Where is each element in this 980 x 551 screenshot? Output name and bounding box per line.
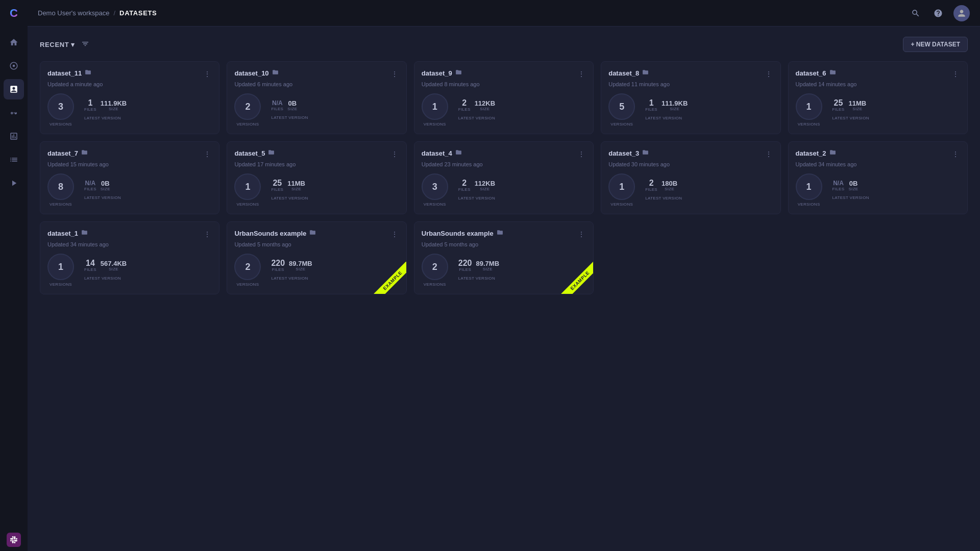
card-updated: Updated 17 minutes ago: [234, 161, 399, 167]
lv-label-container: LATEST VERSION: [84, 193, 121, 201]
card-menu-icon[interactable]: ⋮: [203, 149, 212, 159]
card-menu-icon[interactable]: ⋮: [577, 229, 586, 239]
files-stat: N/A FILES: [84, 180, 96, 191]
size-number: 0B: [849, 180, 858, 187]
sidebar-item-list[interactable]: [4, 149, 24, 170]
files-label: FILES: [459, 267, 471, 272]
versions-circle: 3: [422, 173, 448, 200]
files-label: FILES: [645, 107, 657, 112]
dataset-card[interactable]: dataset_7 ⋮ Updated 15 minutes ago 8 VER…: [40, 141, 219, 214]
files-label: FILES: [84, 187, 96, 191]
latest-version-label: LATEST VERSION: [84, 195, 121, 200]
user-avatar[interactable]: [953, 5, 970, 21]
card-header: dataset_7 ⋮: [47, 149, 212, 159]
folder-icon: [829, 149, 836, 157]
dataset-card[interactable]: dataset_3 ⋮ Updated 30 minutes ago 1 VER…: [601, 141, 780, 214]
latest-version-label: LATEST VERSION: [645, 196, 682, 201]
card-menu-icon[interactable]: ⋮: [577, 149, 586, 159]
main-content: Demo User's workspace / DATASETS RECENT …: [28, 0, 980, 551]
versions-circle: 1: [608, 173, 635, 200]
latest-version-block: 2 FILES 112KB SIZE LATEST VERSION: [458, 179, 495, 201]
card-title: dataset_9: [422, 69, 452, 77]
latest-version-label: LATEST VERSION: [271, 276, 308, 281]
sidebar-item-arrow[interactable]: [4, 173, 24, 193]
sidebar-item-brain[interactable]: [4, 56, 24, 76]
workspace-label[interactable]: Demo User's workspace: [38, 9, 109, 17]
latest-version-block: 25 FILES 11MB SIZE LATEST VERSION: [271, 179, 308, 201]
card-title: dataset_10: [234, 69, 268, 77]
versions-stat: 1 VERSIONS: [422, 93, 448, 127]
card-menu-icon[interactable]: ⋮: [203, 69, 212, 79]
card-header: dataset_9 ⋮: [422, 69, 586, 79]
card-menu-icon[interactable]: ⋮: [390, 149, 399, 159]
search-button[interactable]: [909, 6, 923, 20]
folder-icon: [309, 229, 316, 237]
versions-label: VERSIONS: [798, 202, 820, 207]
size-label: SIZE: [296, 267, 305, 271]
size-number: 112KB: [475, 180, 495, 187]
dataset-card[interactable]: dataset_2 ⋮ Updated 34 minutes ago 1 VER…: [788, 141, 968, 214]
dataset-card[interactable]: dataset_4 ⋮ Updated 23 minutes ago 3 VER…: [414, 141, 594, 214]
app-logo[interactable]: C: [5, 4, 23, 22]
dataset-card[interactable]: dataset_6 ⋮ Updated 14 minutes ago 1 VER…: [788, 61, 968, 134]
slack-button[interactable]: [7, 533, 21, 547]
dataset-card[interactable]: dataset_8 ⋮ Updated 11 minutes ago 5 VER…: [601, 61, 780, 134]
sidebar-item-datasets[interactable]: [4, 79, 24, 99]
card-menu-icon[interactable]: ⋮: [390, 229, 399, 239]
sort-recent-button[interactable]: RECENT ▾: [40, 41, 75, 48]
size-label: SIZE: [480, 107, 489, 111]
card-title-row: dataset_10: [234, 69, 278, 77]
chevron-down-icon: ▾: [71, 41, 75, 48]
dataset-card[interactable]: UrbanSounds example ⋮ Updated 5 months a…: [227, 221, 406, 294]
lv-label-container: LATEST VERSION: [271, 113, 308, 120]
sidebar: C: [0, 0, 28, 551]
sidebar-item-home[interactable]: [4, 32, 24, 53]
filter-button[interactable]: [81, 40, 89, 49]
versions-circle: 1: [796, 173, 822, 200]
dataset-card[interactable]: dataset_1 ⋮ Updated 34 minutes ago 1 VER…: [40, 221, 219, 294]
latest-version-block: 220 FILES 89.7MB SIZE LATEST VERSION: [271, 259, 312, 281]
card-menu-icon[interactable]: ⋮: [390, 69, 399, 79]
versions-number: 1: [806, 102, 812, 111]
size-label: SIZE: [670, 107, 679, 111]
card-menu-icon[interactable]: ⋮: [764, 69, 773, 79]
size-label: SIZE: [665, 187, 674, 191]
files-stat: 2 FILES: [458, 99, 471, 112]
versions-circle: 5: [608, 93, 635, 120]
size-label: SIZE: [483, 267, 493, 271]
versions-label: VERSIONS: [236, 202, 259, 207]
card-title: dataset_2: [796, 149, 826, 157]
page-title: DATASETS: [119, 9, 157, 17]
lv-label-container: LATEST VERSION: [458, 114, 495, 121]
lv-label-container: LATEST VERSION: [458, 194, 495, 201]
dataset-card[interactable]: dataset_10 ⋮ Updated 6 minutes ago 2 VER…: [227, 61, 406, 134]
dataset-card[interactable]: dataset_11 ⋮ Updated a minute ago 3 VERS…: [40, 61, 219, 134]
card-menu-icon[interactable]: ⋮: [764, 149, 773, 159]
sidebar-item-analytics[interactable]: [4, 126, 24, 146]
dataset-card[interactable]: dataset_5 ⋮ Updated 17 minutes ago 1 VER…: [227, 141, 406, 214]
folder-icon: [642, 69, 649, 77]
files-label: FILES: [458, 187, 471, 192]
card-menu-icon[interactable]: ⋮: [951, 69, 960, 79]
size-stat: 111.9KB SIZE: [101, 100, 127, 111]
help-button[interactable]: [931, 6, 945, 20]
folder-icon: [497, 229, 503, 237]
lv-numbers: N/A FILES 0B SIZE: [84, 180, 110, 191]
files-stat: 220 FILES: [458, 259, 472, 272]
files-number: 25: [273, 179, 282, 187]
latest-version-block: N/A FILES 0B SIZE LATEST VERSION: [84, 180, 121, 201]
content-area: RECENT ▾ + NEW DATASET dataset_11 ⋮: [28, 27, 980, 551]
dataset-card[interactable]: dataset_9 ⋮ Updated 8 minutes ago 1 VERS…: [414, 61, 594, 134]
card-title: dataset_4: [422, 149, 452, 157]
dataset-card[interactable]: UrbanSounds example ⋮ Updated 5 months a…: [414, 221, 594, 294]
card-menu-icon[interactable]: ⋮: [577, 69, 586, 79]
card-menu-icon[interactable]: ⋮: [951, 149, 960, 159]
size-number: 111.9KB: [662, 100, 688, 107]
versions-stat: 8 VERSIONS: [47, 173, 74, 207]
card-menu-icon[interactable]: ⋮: [203, 229, 212, 239]
size-number: 180B: [662, 180, 677, 187]
card-updated: Updated 34 minutes ago: [47, 241, 212, 247]
sidebar-item-git[interactable]: [4, 103, 24, 123]
files-stat: 2 FILES: [458, 179, 471, 192]
new-dataset-button[interactable]: + NEW DATASET: [903, 37, 968, 52]
